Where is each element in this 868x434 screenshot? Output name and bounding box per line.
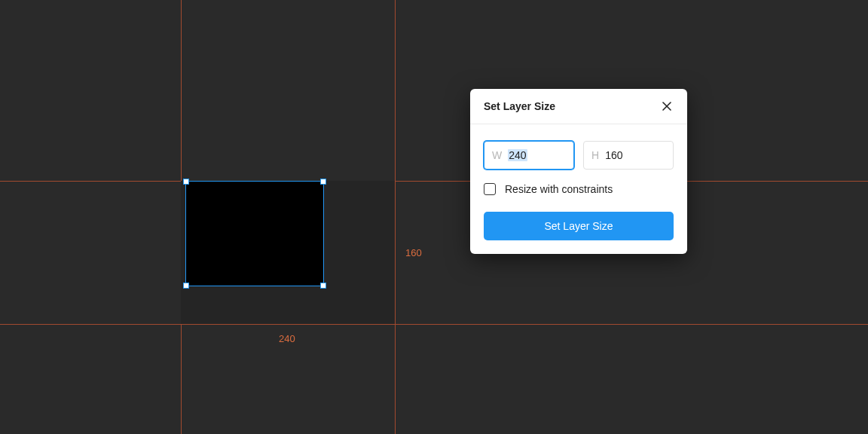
- dialog-title: Set Layer Size: [484, 100, 555, 112]
- width-input[interactable]: W 240: [484, 141, 574, 170]
- ruler-label-width: 240: [279, 333, 295, 344]
- close-button[interactable]: [660, 99, 674, 113]
- set-layer-size-button-label: Set Layer Size: [544, 220, 613, 232]
- close-icon: [662, 101, 672, 112]
- set-layer-size-dialog: Set Layer Size W 240 H 160: [470, 89, 687, 254]
- resize-handle-bottom-left[interactable]: [183, 283, 189, 289]
- height-input[interactable]: H 160: [583, 141, 674, 170]
- dialog-body: W 240 H 160 Resize with constraints Set …: [470, 124, 687, 254]
- width-value: 240: [508, 149, 527, 161]
- height-value: 160: [605, 149, 622, 161]
- dialog-header: Set Layer Size: [470, 89, 687, 124]
- resize-constraints-checkbox[interactable]: [484, 183, 496, 195]
- resize-handle-top-right[interactable]: [320, 179, 326, 185]
- width-prefix: W: [492, 149, 502, 161]
- dimension-fields: W 240 H 160: [484, 141, 674, 170]
- resize-constraints-label: Resize with constraints: [505, 183, 613, 195]
- guide-horizontal-1: [0, 181, 868, 182]
- ruler-label-height: 160: [405, 247, 422, 258]
- resize-handle-top-left[interactable]: [183, 179, 189, 185]
- resize-handle-bottom-right[interactable]: [320, 283, 326, 289]
- set-layer-size-button[interactable]: Set Layer Size: [484, 212, 674, 240]
- guide-vertical-2: [395, 0, 396, 434]
- selected-layer[interactable]: [185, 181, 324, 286]
- resize-constraints-row: Resize with constraints: [484, 183, 674, 195]
- guide-horizontal-2: [0, 324, 868, 325]
- height-prefix: H: [591, 149, 599, 161]
- design-canvas[interactable]: 160 240 Set Layer Size W 240 H 160: [0, 0, 868, 434]
